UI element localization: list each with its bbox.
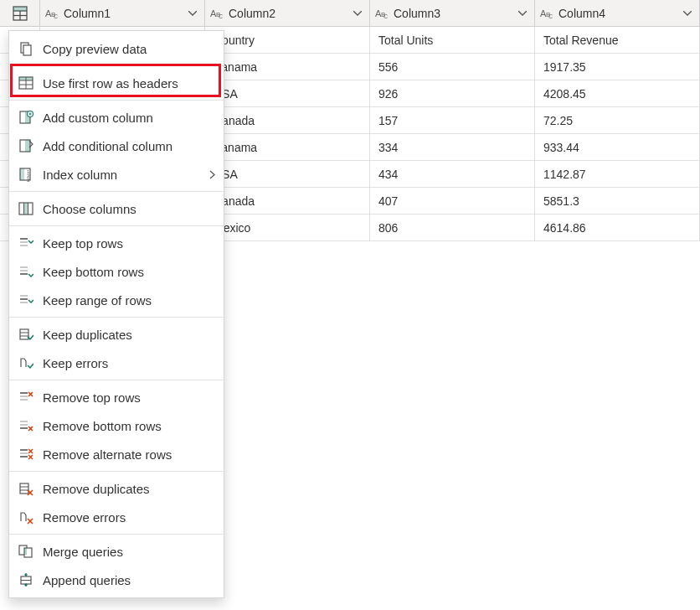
column-header-3[interactable]: ABC Column3	[370, 0, 535, 26]
menu-separator	[9, 100, 224, 101]
menu-label: Remove bottom rows	[43, 419, 215, 433]
cell-c3: 157	[370, 107, 535, 133]
menu-append-queries[interactable]: Append queries	[9, 566, 224, 594]
menu-merge-queries[interactable]: Merge queries	[9, 537, 224, 566]
menu-separator	[9, 380, 224, 380]
menu-label: Remove alternate rows	[43, 447, 215, 462]
remove-err-icon	[18, 509, 34, 525]
menu-label: Keep top rows	[43, 236, 215, 251]
table-context-menu: Copy preview data Use first row as heade…	[8, 30, 224, 598]
column4-filter[interactable]	[681, 7, 694, 20]
keep-top-icon	[18, 235, 34, 251]
cell-c3: Total Units	[370, 27, 535, 53]
svg-rect-4	[13, 7, 27, 11]
copy-icon	[18, 40, 34, 57]
menu-index-column[interactable]: 123 Index column	[9, 160, 224, 189]
menu-label: Use first row as headers	[43, 76, 215, 90]
menu-copy-preview-data[interactable]: Copy preview data	[9, 34, 224, 63]
column4-label: Column4	[558, 7, 681, 20]
cell-c4: 4208.45	[535, 80, 700, 106]
append-icon	[18, 571, 34, 588]
cell-c3: 556	[370, 54, 535, 80]
svg-text:C: C	[219, 13, 223, 19]
menu-remove-duplicates[interactable]: Remove duplicates	[9, 474, 224, 503]
menu-label: Keep duplicates	[43, 328, 215, 342]
svg-text:C: C	[548, 13, 553, 19]
text-type-icon: ABC	[540, 7, 553, 20]
menu-remove-bottom-rows[interactable]: Remove bottom rows	[9, 411, 224, 440]
menu-use-first-row-as-headers[interactable]: Use first row as headers	[9, 69, 224, 97]
menu-remove-top-rows[interactable]: Remove top rows	[9, 383, 224, 411]
remove-alt-icon	[18, 446, 34, 463]
cell-c4: 4614.86	[535, 215, 700, 240]
remove-bottom-icon	[18, 417, 34, 434]
column1-label: Column1	[64, 7, 186, 20]
menu-separator	[9, 317, 224, 318]
column2-filter[interactable]	[351, 7, 364, 20]
menu-label: Keep bottom rows	[43, 265, 215, 279]
menu-label: Keep range of rows	[43, 293, 215, 308]
menu-label: Merge queries	[43, 545, 215, 559]
menu-separator	[9, 534, 224, 535]
menu-remove-alternate-rows[interactable]: Remove alternate rows	[9, 440, 224, 468]
keep-dup-icon	[18, 326, 34, 343]
keep-bottom-icon	[18, 263, 34, 280]
menu-label: Add custom column	[43, 111, 215, 125]
chevron-right-icon	[209, 170, 215, 179]
cell-c2: Panama	[205, 54, 370, 80]
menu-remove-errors[interactable]: Remove errors	[9, 503, 224, 531]
text-type-icon: ABC	[45, 7, 59, 20]
svg-rect-30	[20, 168, 24, 180]
svg-text:C: C	[54, 13, 58, 19]
menu-label: Remove errors	[43, 510, 215, 525]
menu-keep-top-rows[interactable]: Keep top rows	[9, 229, 224, 257]
cell-c2: Canada	[205, 188, 370, 214]
svg-rect-59	[20, 483, 28, 494]
conditional-column-icon	[18, 137, 34, 154]
menu-label: Copy preview data	[43, 42, 215, 56]
menu-separator	[9, 191, 224, 192]
choose-columns-icon	[18, 200, 34, 217]
cell-c3: 434	[370, 161, 535, 187]
cell-c3: 926	[370, 80, 535, 106]
menu-keep-range-of-rows[interactable]: Keep range of rows	[9, 286, 224, 314]
table-corner-button[interactable]	[0, 0, 40, 26]
cell-c2: Panama	[205, 134, 370, 160]
cell-c2: Mexico	[205, 215, 370, 240]
column1-filter[interactable]	[186, 7, 199, 20]
cell-c4: 1917.35	[535, 54, 700, 80]
column-header-1[interactable]: ABC Column1	[40, 0, 205, 26]
cell-c2: Canada	[205, 107, 370, 133]
cell-c2: USA	[205, 80, 370, 106]
cell-c3: 407	[370, 188, 535, 214]
menu-separator	[9, 225, 224, 226]
column-header-2[interactable]: ABC Column2	[205, 0, 370, 26]
keep-range-icon	[18, 292, 34, 308]
menu-label: Keep errors	[43, 356, 215, 370]
text-type-icon: ABC	[375, 7, 389, 20]
svg-text:C: C	[383, 13, 388, 19]
menu-keep-bottom-rows[interactable]: Keep bottom rows	[9, 257, 224, 286]
cell-c3: 806	[370, 215, 535, 240]
menu-separator	[9, 65, 224, 66]
menu-keep-errors[interactable]: Keep errors	[9, 349, 224, 377]
svg-rect-35	[24, 203, 28, 215]
column-header-4[interactable]: ABC Column4	[535, 0, 700, 26]
menu-choose-columns[interactable]: Choose columns	[9, 194, 224, 223]
menu-label: Add conditional column	[43, 139, 215, 153]
cell-c4: 5851.3	[535, 188, 700, 214]
column3-filter[interactable]	[516, 7, 529, 20]
cell-c4: 72.25	[535, 107, 700, 133]
menu-keep-duplicates[interactable]: Keep duplicates	[9, 320, 224, 349]
menu-separator	[9, 471, 224, 472]
menu-label: Index column	[43, 168, 201, 182]
menu-add-custom-column[interactable]: Add custom column	[9, 103, 224, 132]
cell-c3: 334	[370, 134, 535, 160]
cell-c4: 1142.87	[535, 161, 700, 187]
text-type-icon: ABC	[210, 7, 224, 20]
menu-label: Remove top rows	[43, 390, 215, 405]
menu-add-conditional-column[interactable]: Add conditional column	[9, 132, 224, 160]
merge-icon	[18, 543, 34, 560]
svg-rect-64	[24, 548, 27, 555]
svg-rect-47	[20, 329, 28, 339]
